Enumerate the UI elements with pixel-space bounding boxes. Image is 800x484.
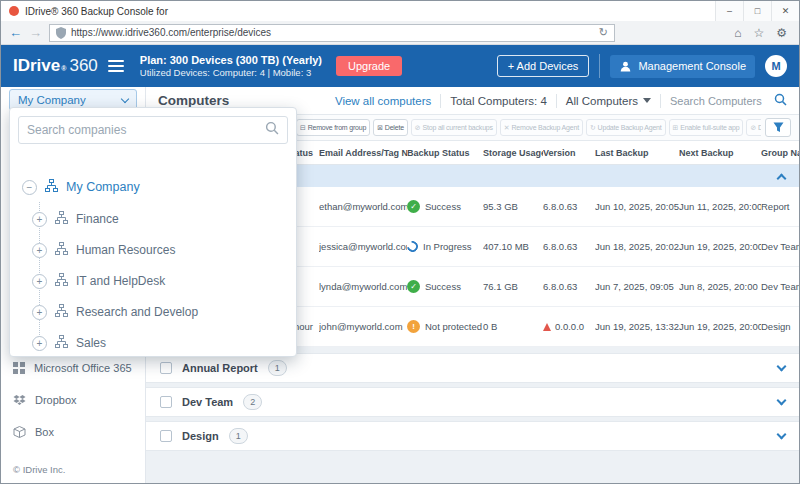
view-all-computers-link[interactable]: View all computers bbox=[335, 95, 431, 107]
company-search-box bbox=[18, 116, 288, 144]
close-button[interactable]: ✕ bbox=[771, 1, 799, 21]
expand-icon[interactable]: + bbox=[32, 336, 47, 351]
chevron-down-icon[interactable] bbox=[777, 430, 787, 440]
logo-text: IDrive bbox=[13, 56, 60, 76]
back-icon[interactable]: ← bbox=[9, 25, 22, 40]
divider bbox=[440, 94, 441, 108]
org-chart-icon bbox=[55, 210, 68, 228]
expand-icon[interactable]: + bbox=[32, 274, 47, 289]
settings-gear-icon[interactable]: ⚙ bbox=[776, 26, 787, 40]
remove-from-group-icon: ⊟ bbox=[300, 124, 306, 132]
tree-node-research-and-develop[interactable]: + Research and Develop bbox=[32, 297, 198, 327]
minimize-button[interactable]: – bbox=[715, 1, 743, 21]
favorites-icon[interactable]: ☆ bbox=[753, 26, 764, 40]
row-email: john@myworld.com bbox=[319, 321, 407, 332]
chevron-down-icon[interactable] bbox=[777, 396, 787, 406]
tree-node-sales[interactable]: + Sales bbox=[32, 328, 106, 358]
app-header: IDrive®360 Plan: 300 Devices (300 TB) (Y… bbox=[1, 45, 799, 87]
tree-node-label: Research and Develop bbox=[76, 305, 198, 319]
expand-icon[interactable]: + bbox=[32, 212, 47, 227]
user-avatar[interactable]: M bbox=[765, 55, 787, 77]
sidebar-item-box[interactable]: Box bbox=[13, 421, 54, 443]
tree-node-finance[interactable]: + Finance bbox=[32, 204, 119, 234]
maximize-button[interactable]: □ bbox=[743, 1, 771, 21]
address-input[interactable]: https://www.idrive360.com/enterprise/dev… bbox=[49, 24, 615, 42]
dropbox-icon bbox=[13, 395, 26, 406]
update-agent-icon: ↻ bbox=[590, 124, 596, 132]
group-checkbox[interactable] bbox=[160, 362, 172, 374]
filter-button[interactable] bbox=[765, 118, 791, 137]
company-search-input[interactable] bbox=[27, 123, 259, 137]
group-name: Design bbox=[182, 430, 219, 442]
chevron-down-icon[interactable] bbox=[777, 362, 787, 372]
remove-from-group-button[interactable]: ⊟Remove from group bbox=[296, 119, 370, 136]
filter-funnel-icon bbox=[773, 122, 784, 133]
row-storage: 0 B bbox=[483, 321, 543, 332]
window-controls: – □ ✕ bbox=[715, 1, 799, 21]
browser-window: IDrive® 360 Backup Console for – □ ✕ ← →… bbox=[0, 0, 800, 484]
update-backup-agent-button: ↻Update Backup Agent bbox=[586, 119, 666, 136]
tree-node-human-resources[interactable]: + Human Resources bbox=[32, 235, 175, 265]
group-row-dev-team[interactable]: Dev Team 2 bbox=[146, 387, 799, 417]
expand-icon[interactable]: + bbox=[32, 243, 47, 258]
in-progress-icon bbox=[407, 241, 420, 252]
tree-node-my-company[interactable]: − My Company bbox=[22, 172, 140, 202]
add-devices-button[interactable]: + Add Devices bbox=[497, 55, 590, 77]
chevron-down-icon bbox=[121, 94, 129, 102]
management-console-button[interactable]: Management Console bbox=[610, 55, 755, 78]
refresh-icon[interactable]: ↻ bbox=[599, 26, 608, 39]
search-computers-input[interactable] bbox=[670, 95, 768, 107]
sidebar-item-dropbox[interactable]: Dropbox bbox=[13, 389, 77, 411]
delete-button[interactable]: ⊠Delete bbox=[373, 119, 408, 136]
idrive360-logo: IDrive®360 bbox=[13, 56, 98, 76]
delete-icon: ⊠ bbox=[377, 124, 383, 132]
hamburger-menu-icon[interactable] bbox=[108, 60, 124, 72]
upgrade-button[interactable]: Upgrade bbox=[336, 56, 402, 76]
home-icon[interactable]: ⌂ bbox=[734, 26, 741, 40]
group-name: Dev Team bbox=[182, 396, 233, 408]
collapse-icon[interactable]: − bbox=[22, 180, 37, 195]
row-version: 6.8.0.63 bbox=[543, 201, 595, 212]
security-shield-icon bbox=[56, 27, 66, 39]
tree-node-label: My Company bbox=[66, 180, 140, 194]
site-favicon-icon bbox=[9, 6, 19, 16]
group-row-annual-report[interactable]: Annual Report 1 bbox=[146, 353, 799, 383]
search-icon[interactable] bbox=[774, 92, 787, 110]
topbar-controls: View all computers Total Computers: 4 Al… bbox=[335, 92, 787, 110]
row-storage: 95.3 GB bbox=[483, 201, 543, 212]
chevron-up-icon[interactable] bbox=[777, 173, 787, 183]
management-console-label: Management Console bbox=[638, 60, 746, 72]
group-name: Annual Report bbox=[182, 362, 258, 374]
sidebar-item-microsoft-office-365[interactable]: Microsoft Office 365 bbox=[13, 357, 132, 379]
success-icon: ✓ bbox=[407, 280, 420, 293]
group-count-badge: 1 bbox=[268, 360, 287, 376]
tree-node-it-and-helpdesk[interactable]: + IT and HelpDesk bbox=[32, 266, 165, 296]
forward-icon[interactable]: → bbox=[29, 25, 42, 40]
col-email: Email Address/Tag Name bbox=[319, 148, 407, 158]
sidebar-item-label: Microsoft Office 365 bbox=[34, 362, 132, 374]
remove-agent-icon: ✕ bbox=[504, 124, 510, 132]
group-row-design[interactable]: Design 1 bbox=[146, 421, 799, 451]
row-group: Design bbox=[761, 321, 799, 332]
row-last-backup: Jun 19, 2025, 13:32 bbox=[595, 321, 679, 332]
row-group: Report bbox=[761, 201, 799, 212]
group-checkbox[interactable] bbox=[160, 396, 172, 408]
group-count-badge: 1 bbox=[229, 428, 248, 444]
browser-actions: ⌂ ☆ ⚙ bbox=[734, 26, 791, 40]
row-last-backup: Jun 7, 2025, 09:05 bbox=[595, 281, 679, 292]
row-backup-status: ✓Success bbox=[407, 280, 483, 293]
browser-addressbar: ← → https://www.idrive360.com/enterprise… bbox=[1, 21, 799, 45]
group-count-badge: 2 bbox=[243, 394, 262, 410]
group-checkbox[interactable] bbox=[160, 430, 172, 442]
disable-app-icon: ⊘ bbox=[750, 124, 756, 132]
row-next-backup: Jun 19, 2025, 20:00 bbox=[679, 241, 761, 252]
tree-node-label: IT and HelpDesk bbox=[76, 274, 165, 288]
computers-scope-dropdown[interactable]: All Computers bbox=[566, 95, 651, 107]
expand-icon[interactable]: + bbox=[32, 305, 47, 320]
plan-info: Plan: 300 Devices (300 TB) (Yearly) Util… bbox=[140, 53, 322, 80]
divider bbox=[556, 94, 557, 108]
page-title: Computers bbox=[158, 93, 229, 108]
enable-full-suite-button: ⊞Enable full-suite app bbox=[669, 119, 744, 136]
version-warning-icon bbox=[543, 323, 551, 331]
plan-usage: Utilized Devices: Computer: 4 | Mobile: … bbox=[140, 67, 322, 79]
